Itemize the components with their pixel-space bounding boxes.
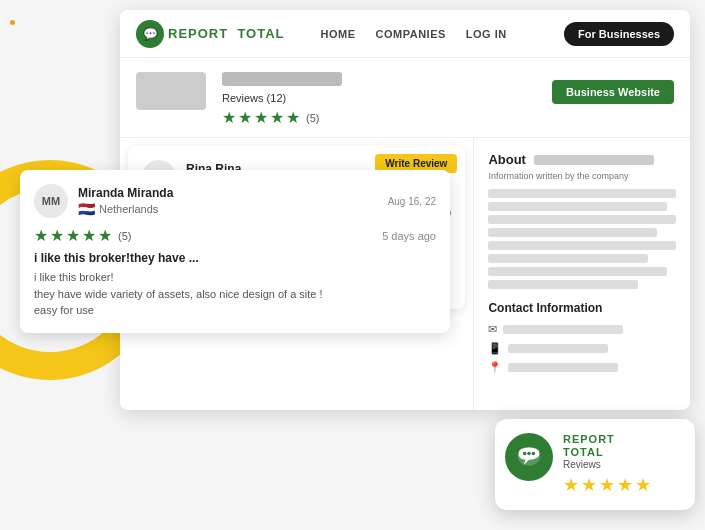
r2-star-3: ★ [66,226,80,245]
company-name-blurred [222,72,342,86]
star-1: ★ [222,108,236,127]
r2-star-2: ★ [50,226,64,245]
r2-star-1: ★ [34,226,48,245]
nav-cta-button[interactable]: For Businesses [564,22,674,46]
star-count: (5) [306,112,319,124]
reviewer-2-flag: 🇳🇱 [78,201,95,217]
reviewer-2-header: MM Miranda Miranda 🇳🇱 Netherlands Aug 16… [34,184,436,218]
contact-phone-blur [508,344,608,353]
company-logo [136,72,206,110]
star-4: ★ [270,108,284,127]
r2-star-count: (5) [118,230,131,242]
about-text-6 [488,254,647,263]
r2-star-5: ★ [98,226,112,245]
about-text-4 [488,228,657,237]
nav-login[interactable]: LOG IN [466,28,507,40]
star-5: ★ [286,108,300,127]
about-text-1 [488,189,676,198]
r2-star-4: ★ [82,226,96,245]
nav-home[interactable]: HOME [321,28,356,40]
reviewer-2-country: 🇳🇱 Netherlands [78,201,173,217]
reviewer-2-name: Miranda Miranda [78,186,173,200]
contact-email-row: ✉ [488,323,676,336]
logo-text: REPORT TOTAL [168,26,285,41]
about-text-3 [488,215,676,224]
badge-title: REPORT TOTAL [563,433,651,459]
logo: 💬 REPORT TOTAL [136,20,285,48]
chat-icon [515,443,543,471]
star-3: ★ [254,108,268,127]
svg-point-2 [527,451,531,455]
contact-phone-row: 📱 [488,342,676,355]
review-card-2: MM Miranda Miranda 🇳🇱 Netherlands Aug 16… [20,170,450,333]
star-2: ★ [238,108,252,127]
email-icon: ✉ [488,323,497,336]
review-2-body: i like this broker! they have wide varie… [34,269,436,319]
contact-email-blur [503,325,623,334]
company-stars: ★ ★ ★ ★ ★ (5) [222,108,536,127]
review-2-stars: ★ ★ ★ ★ ★ (5) [34,226,131,245]
badge-star-4: ★ [617,474,633,496]
review-2-date2: Aug 16, 22 [388,196,436,207]
navbar: 💬 REPORT TOTAL HOME COMPANIES LOG IN For… [120,10,690,58]
badge-content: REPORT TOTAL Reviews ★ ★ ★ ★ ★ [563,433,651,496]
about-title: About [488,152,676,167]
badge-star-3: ★ [599,474,615,496]
reviewer-2-info: Miranda Miranda 🇳🇱 Netherlands [78,186,173,217]
contact-title: Contact Information [488,301,676,315]
svg-point-3 [532,451,536,455]
contact-address-blur [508,363,618,372]
badge-star-5: ★ [635,474,651,496]
logo-icon: 💬 [136,20,164,48]
about-column: About Information written by the company… [473,138,690,410]
about-text-2 [488,202,666,211]
reviews-count: Reviews (12) [222,92,536,104]
badge-stars: ★ ★ ★ ★ ★ [563,474,651,496]
review-2-date: 5 days ago [382,230,436,242]
about-text-5 [488,241,676,250]
about-text-7 [488,267,666,276]
contact-address-row: 📍 [488,361,676,374]
nav-links: HOME COMPANIES LOG IN [321,28,549,40]
reviewer-2-avatar: MM [34,184,68,218]
dot-pattern-decoration: for(let i=0;i<48;i++) document.currentSc… [10,20,90,140]
about-subtitle-blurred [534,155,654,165]
company-info: Reviews (12) ★ ★ ★ ★ ★ (5) [222,72,536,127]
location-icon: 📍 [488,361,502,374]
badge-reviews-label: Reviews [563,459,651,470]
phone-icon: 📱 [488,342,502,355]
badge-star-1: ★ [563,474,579,496]
badge-icon [505,433,553,481]
review-2-meta: ★ ★ ★ ★ ★ (5) 5 days ago [34,226,436,245]
report-total-badge: REPORT TOTAL Reviews ★ ★ ★ ★ ★ [495,419,695,510]
badge-star-2: ★ [581,474,597,496]
svg-point-1 [523,451,527,455]
business-website-button[interactable]: Business Website [552,80,674,104]
about-written-by: Information written by the company [488,171,676,181]
company-header: Reviews (12) ★ ★ ★ ★ ★ (5) Business Webs… [120,58,690,138]
nav-companies[interactable]: COMPANIES [376,28,446,40]
review-2-title: i like this broker!they have ... [34,251,436,265]
about-text-8 [488,280,638,289]
